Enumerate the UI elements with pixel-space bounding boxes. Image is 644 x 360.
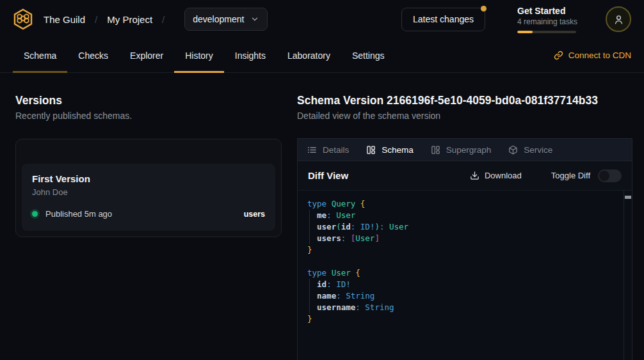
tab-schema[interactable]: Schema	[366, 145, 414, 155]
code-line: name: String	[307, 290, 615, 302]
get-started-title: Get Started	[517, 6, 576, 17]
schema-version-title: Schema Version 2166196f-5e10-4059-bd0a-0…	[297, 94, 632, 107]
progress-fill	[517, 31, 533, 33]
download-button[interactable]: Download	[466, 170, 526, 181]
code-line	[307, 256, 615, 267]
indent-guide	[309, 210, 310, 221]
nav-tab-label: Settings	[352, 51, 385, 61]
link-icon	[554, 51, 563, 60]
environment-select-value: development	[193, 14, 244, 24]
nav-tab-label: Schema	[24, 51, 56, 61]
code-line: type User {	[307, 267, 615, 279]
viewer-tabstrip: Details Schema Sup	[298, 139, 632, 161]
nav-tab-schema[interactable]: Schema	[13, 38, 67, 72]
version-meta-row: Published 5m ago users	[32, 209, 265, 219]
list-icon	[307, 145, 317, 155]
code-line: }	[307, 244, 615, 256]
versions-panel: Versions Recently published schemas. Fir…	[0, 94, 297, 360]
service-name-badge: users	[244, 210, 265, 219]
project-nav: Schema Checks Explorer History Insights …	[0, 38, 644, 73]
download-label: Download	[485, 171, 522, 180]
versions-subtitle: Recently published schemas.	[15, 111, 282, 121]
nav-tab-history[interactable]: History	[174, 38, 224, 72]
code-line: users: [User]	[307, 233, 615, 244]
app-header: The Guild / My Project / development Lat…	[0, 0, 644, 38]
code-line: type Query {	[307, 198, 615, 210]
notification-dot	[481, 6, 487, 12]
nav-tab-label: Laboratory	[287, 51, 330, 61]
person-icon	[613, 14, 624, 25]
breadcrumb: The Guild / My Project /	[44, 14, 174, 25]
code-line: me: User	[307, 210, 615, 221]
connect-to-cdn-label: Connect to CDN	[568, 51, 631, 60]
schema-viewer: Details Schema Sup	[297, 138, 632, 360]
published-status-dot	[32, 211, 38, 217]
code-scrollbar-thumb[interactable]	[625, 196, 631, 199]
version-title: First Version	[32, 173, 265, 185]
tab-label: Details	[323, 145, 349, 155]
nav-tab-label: Explorer	[130, 51, 163, 61]
tab-label: Supergraph	[446, 145, 492, 155]
code-line: id: ID!	[307, 279, 615, 290]
download-icon	[470, 171, 479, 180]
code-line: }	[307, 313, 615, 325]
version-list-item[interactable]: First Version John Doe Published 5m ago …	[22, 164, 275, 231]
tab-supergraph[interactable]: Supergraph	[431, 145, 492, 155]
get-started-subtitle: 4 remaining tasks	[517, 17, 576, 27]
get-started-widget[interactable]: Get Started 4 remaining tasks	[517, 6, 576, 33]
nav-tab-explorer[interactable]: Explorer	[119, 38, 174, 72]
breadcrumb-separator: /	[162, 14, 165, 25]
indent-guide	[309, 302, 310, 313]
breadcrumb-org[interactable]: The Guild	[44, 14, 85, 25]
user-avatar-button[interactable]	[606, 6, 631, 32]
versions-title: Versions	[15, 94, 282, 107]
version-detail-panel: Schema Version 2166196f-5e10-4059-bd0a-0…	[297, 94, 644, 360]
toggle-diff-label: Toggle Diff	[551, 171, 590, 180]
nav-tab-label: Insights	[235, 51, 266, 61]
environment-select[interactable]: development	[184, 8, 268, 31]
diff-toolbar: Diff View Download Toggle Diff	[298, 161, 632, 191]
code-lines: type Query { me: User user(id: ID!): Use…	[307, 198, 615, 325]
nav-tab-laboratory[interactable]: Laboratory	[277, 38, 341, 72]
breadcrumb-project[interactable]: My Project	[107, 14, 152, 25]
tab-details[interactable]: Details	[307, 145, 349, 155]
layout-icon	[366, 145, 376, 155]
indent-guide	[309, 290, 310, 302]
nav-tab-label: History	[185, 51, 213, 61]
indent-guide	[309, 221, 310, 233]
switch-knob	[599, 171, 609, 181]
get-started-progressbar	[517, 31, 576, 33]
version-author: John Doe	[32, 187, 265, 198]
connect-to-cdn-button[interactable]: Connect to CDN	[554, 51, 631, 60]
tab-service[interactable]: Service	[508, 145, 552, 155]
schema-version-subtitle: Detailed view of the schema version	[297, 111, 632, 121]
header-actions: Latest changes Get Started 4 remaining t…	[401, 6, 631, 33]
nav-tab-label: Checks	[78, 51, 108, 61]
diff-view-title: Diff View	[308, 170, 348, 181]
version-status-text: Published 5m ago	[45, 209, 112, 219]
cube-icon	[508, 145, 518, 155]
code-line: username: String	[307, 302, 615, 313]
toggle-diff-switch[interactable]	[598, 169, 622, 182]
hive-logo-icon[interactable]	[12, 8, 35, 31]
indent-guide	[309, 233, 310, 244]
chevron-down-icon	[250, 15, 259, 24]
main-content: Versions Recently published schemas. Fir…	[0, 73, 644, 360]
schema-code-viewer: type Query { me: User user(id: ID!): Use…	[298, 191, 632, 360]
nav-tab-settings[interactable]: Settings	[341, 38, 396, 72]
versions-list-card: First Version John Doe Published 5m ago …	[15, 139, 282, 237]
breadcrumb-separator: /	[95, 14, 97, 25]
latest-changes-button[interactable]: Latest changes	[401, 8, 485, 31]
tab-label: Service	[524, 145, 552, 155]
latest-changes-label: Latest changes	[413, 14, 474, 24]
nav-tab-insights[interactable]: Insights	[224, 38, 277, 72]
code-scrollbar[interactable]	[624, 191, 632, 360]
tab-label: Schema	[382, 145, 414, 155]
indent-guide	[309, 279, 310, 290]
nav-tab-checks[interactable]: Checks	[67, 38, 119, 72]
code-line: user(id: ID!): User	[307, 221, 615, 233]
layout-icon	[431, 145, 440, 155]
